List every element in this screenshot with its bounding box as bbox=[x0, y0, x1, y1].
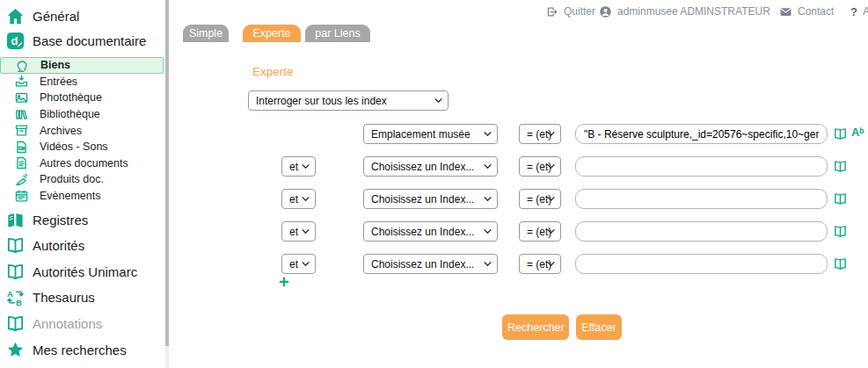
registers-icon bbox=[5, 210, 26, 230]
chevron-down-icon bbox=[434, 98, 442, 104]
sidebar-item-label: Annotations bbox=[33, 316, 102, 331]
criteria-value-input[interactable] bbox=[575, 156, 828, 177]
sidebar-item-label: Registres bbox=[33, 213, 88, 227]
chevron-down-icon bbox=[484, 229, 492, 235]
open-book-icon bbox=[5, 314, 26, 334]
sidebar-item-label: Photothèque bbox=[40, 91, 102, 104]
index-select-value: Choisissez un Index... bbox=[371, 226, 474, 238]
operator-select[interactable]: = (et) bbox=[519, 254, 561, 274]
sidebar-item-label: Produits doc. bbox=[40, 173, 104, 185]
operator-select[interactable]: = (et) bbox=[519, 221, 561, 242]
contact-link[interactable]: Contact bbox=[779, 4, 834, 19]
index-select-value: Choisissez un Index... bbox=[371, 258, 474, 271]
sidebar-item-label: Autres documents bbox=[40, 157, 128, 170]
criteria-value-input[interactable] bbox=[575, 221, 828, 242]
sidebar-item-autorites-unimarc[interactable]: Autorités Unimarc bbox=[0, 259, 165, 285]
operator-select[interactable]: = (et) bbox=[519, 124, 561, 144]
connector-select[interactable]: et bbox=[281, 254, 316, 274]
sidebar-submenu: Biens Entrées Photothèque Bibliothèque bbox=[0, 57, 165, 204]
sidebar-item-mes-recherches[interactable]: Mes recherches bbox=[0, 336, 165, 363]
criteria-row: et Choisissez un Index... = (et) bbox=[171, 221, 868, 242]
chevron-down-icon bbox=[484, 132, 492, 137]
search-button[interactable]: Rechercher bbox=[502, 314, 569, 340]
sidebar-item-archives[interactable]: Archives bbox=[0, 122, 164, 139]
sidebar-item-general[interactable]: Général bbox=[0, 4, 165, 28]
operator-select[interactable]: = (et) bbox=[519, 156, 561, 177]
chevron-down-icon bbox=[302, 229, 310, 235]
svg-text:A: A bbox=[7, 289, 13, 299]
chevron-down-icon bbox=[302, 164, 310, 170]
criteria-row: et Choisissez un Index... = (et) bbox=[171, 156, 868, 177]
sidebar-item-biens[interactable]: Biens bbox=[0, 57, 164, 74]
index-select[interactable]: Emplacement musée bbox=[363, 124, 498, 144]
sidebar-item-annotations[interactable]: Annotations bbox=[0, 311, 165, 337]
clear-button[interactable]: Effacer bbox=[576, 314, 622, 340]
star-icon bbox=[5, 340, 26, 360]
chevron-down-icon bbox=[484, 262, 492, 267]
sidebar-item-phototheque[interactable]: Photothèque bbox=[0, 90, 164, 106]
criteria-value-input[interactable] bbox=[575, 254, 828, 274]
sidebar-item-evenements[interactable]: Evènements bbox=[0, 188, 164, 205]
index-select-value: Choisissez un Index... bbox=[371, 193, 474, 206]
lexicon-book-icon[interactable] bbox=[833, 256, 848, 271]
tab-simple[interactable]: Simple bbox=[183, 25, 229, 42]
app-window: Général d Base documentaire Biens Entrée… bbox=[0, 0, 868, 368]
svg-text:d: d bbox=[11, 34, 18, 47]
translate-ab-icon: AB bbox=[5, 287, 26, 307]
criteria-value-input[interactable] bbox=[575, 124, 828, 144]
scrollbar-thumb[interactable] bbox=[165, 0, 169, 346]
open-book-icon bbox=[5, 235, 26, 256]
lexicon-book-icon[interactable] bbox=[833, 159, 848, 174]
connector-select[interactable]: et bbox=[281, 156, 316, 177]
user-menu[interactable]: adminmusee ADMINSTRATEUR bbox=[599, 4, 770, 19]
alphabetical-list-icon[interactable]: Aᵇ bbox=[851, 126, 864, 139]
sidebar-item-thesaurus[interactable]: AB Thesaurus bbox=[0, 285, 165, 311]
sidebar-item-produits-doc[interactable]: Produits doc. bbox=[0, 171, 164, 188]
sidebar-scrollbar[interactable] bbox=[165, 0, 169, 368]
index-select[interactable]: Choisissez un Index... bbox=[363, 189, 498, 209]
sidebar-item-registres[interactable]: Registres bbox=[0, 206, 165, 233]
lexicon-book-icon[interactable] bbox=[833, 224, 848, 239]
tab-label: Simple bbox=[189, 27, 222, 40]
help-link[interactable]: ? Aide bbox=[850, 4, 868, 19]
video-file-icon bbox=[14, 140, 29, 155]
tab-par-liens[interactable]: par Liens bbox=[305, 25, 370, 42]
chevron-down-icon bbox=[547, 229, 555, 235]
chevron-down-icon bbox=[547, 164, 555, 170]
panel-title: Experte bbox=[252, 65, 294, 78]
books-icon bbox=[14, 107, 29, 122]
sidebar-item-base-documentaire[interactable]: d Base documentaire bbox=[0, 28, 165, 53]
sidebar-item-bibliotheque[interactable]: Bibliothèque bbox=[0, 106, 164, 123]
chevron-down-icon bbox=[484, 164, 492, 170]
mail-icon bbox=[779, 5, 792, 18]
sidebar-item-label: Vidéos - Sons bbox=[40, 141, 108, 153]
lexicon-book-icon[interactable] bbox=[833, 126, 848, 141]
question-mark-icon: ? bbox=[850, 5, 857, 18]
sidebar-item-autres-documents[interactable]: Autres documents bbox=[0, 155, 164, 172]
user-icon bbox=[599, 5, 612, 18]
help-label: Aide bbox=[863, 5, 868, 18]
index-select-value: Choisissez un Index... bbox=[371, 161, 474, 173]
criteria-value-input[interactable] bbox=[575, 189, 828, 209]
chevron-down-icon bbox=[547, 197, 555, 202]
connector-select-value: et bbox=[289, 193, 298, 206]
operator-select[interactable]: = (et) bbox=[519, 189, 561, 209]
quit-button[interactable]: Quitter bbox=[545, 4, 595, 19]
logout-icon bbox=[545, 5, 558, 18]
sidebar-item-label: Evènements bbox=[40, 190, 100, 202]
scope-select[interactable]: Interroger sur tous les index bbox=[248, 90, 449, 111]
sidebar-item-videos-sons[interactable]: Vidéos - Sons bbox=[0, 139, 164, 155]
connector-select[interactable]: et bbox=[281, 221, 316, 242]
index-select[interactable]: Choisissez un Index... bbox=[363, 156, 498, 177]
contact-label: Contact bbox=[798, 5, 834, 18]
chevron-down-icon bbox=[302, 262, 310, 267]
index-select[interactable]: Choisissez un Index... bbox=[363, 254, 498, 274]
index-select[interactable]: Choisissez un Index... bbox=[363, 221, 498, 242]
add-criteria-button[interactable]: + bbox=[279, 273, 289, 291]
tab-experte[interactable]: Experte bbox=[243, 25, 301, 42]
connector-select[interactable]: et bbox=[281, 189, 316, 209]
sidebar-item-label: Entrées bbox=[40, 76, 77, 88]
lexicon-book-icon[interactable] bbox=[833, 191, 848, 206]
sidebar-item-entrees[interactable]: Entrées bbox=[0, 74, 164, 90]
sidebar-item-autorites[interactable]: Autorités bbox=[0, 233, 165, 259]
